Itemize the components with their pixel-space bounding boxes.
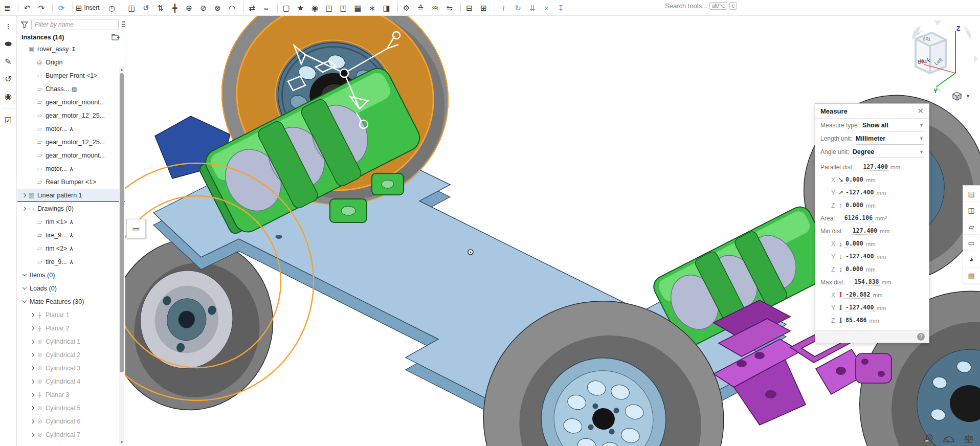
rack-relation-icon[interactable]: ♒: [430, 1, 443, 14]
tree-row[interactable]: Cylindrical 6: [17, 415, 125, 428]
compare-icon[interactable]: ⊞: [478, 1, 492, 14]
named-positions-icon[interactable]: ◷: [106, 1, 120, 14]
tree-row[interactable]: Loads (0): [17, 282, 125, 295]
explode-icon[interactable]: ⇊: [527, 1, 540, 14]
tree-row[interactable]: Cylindrical 3: [17, 362, 125, 375]
tree-row[interactable]: Chass...: [17, 82, 125, 96]
part-icon[interactable]: ◰: [338, 1, 351, 14]
filter-input[interactable]: [31, 19, 119, 30]
gear-relation-icon[interactable]: ⚙: [401, 1, 414, 14]
chevron-icon[interactable]: [30, 352, 36, 358]
named-views-icon[interactable]: ◨: [381, 1, 394, 14]
chevron-icon[interactable]: [30, 126, 36, 132]
chevron-icon[interactable]: [21, 299, 28, 305]
chevron-icon[interactable]: [30, 99, 36, 105]
chevron-icon[interactable]: [30, 232, 36, 238]
collapse-instances-button[interactable]: ≔: [126, 219, 146, 238]
feature-checklist-icon[interactable]: ☑: [1, 113, 15, 128]
tree-scrollbar[interactable]: ▲ ▼: [119, 67, 124, 445]
search-help-icon[interactable]: ◉: [1, 88, 15, 104]
tree-row[interactable]: gear_motor_mount...: [17, 96, 125, 109]
tree-row[interactable]: gear_motor_12_25...: [17, 136, 125, 149]
tree-row[interactable]: tire_9...: [17, 255, 125, 269]
comments-icon[interactable]: ⬬: [1, 36, 15, 52]
chevron-icon[interactable]: [21, 272, 28, 278]
chevron-icon[interactable]: [21, 206, 28, 212]
chevron-icon[interactable]: [21, 46, 28, 52]
tree-row[interactable]: Planar 3: [17, 388, 125, 402]
chevron-icon[interactable]: [21, 192, 28, 198]
tree-row[interactable]: Cylindrical 5: [17, 402, 125, 415]
chevron-icon[interactable]: [30, 219, 36, 225]
group-icon[interactable]: ▦: [352, 1, 366, 14]
close-icon[interactable]: ✕: [917, 106, 924, 116]
mate-connector-icon[interactable]: ⇔: [261, 1, 274, 14]
revolute-mate-icon[interactable]: ↺: [141, 1, 154, 14]
undo-icon[interactable]: ↶: [21, 1, 35, 14]
slider-mate-icon[interactable]: ⇅: [155, 1, 168, 14]
manage-icon[interactable]: ◳: [324, 1, 337, 14]
chevron-icon[interactable]: [30, 166, 36, 172]
mass-properties-icon[interactable]: [963, 433, 975, 445]
chevron-icon[interactable]: [30, 179, 36, 185]
in-context-icon[interactable]: ◉: [309, 1, 323, 14]
replicate-icon[interactable]: ⇄: [247, 1, 260, 14]
chevron-icon[interactable]: [30, 339, 36, 345]
chevron-icon[interactable]: [30, 312, 36, 318]
history-icon[interactable]: ↺: [1, 71, 15, 86]
redo-icon[interactable]: ↷: [36, 1, 49, 14]
tree-row[interactable]: Rear Bumper <1>: [17, 175, 125, 189]
tree-row[interactable]: gear_motor_12_25...: [17, 109, 125, 122]
display-states-icon[interactable]: ⊟: [464, 1, 477, 14]
tree-row[interactable]: Cylindrical 7: [17, 428, 125, 441]
tree-row[interactable]: Cylindrical 1: [17, 335, 125, 348]
select-dropdown[interactable]: Show all ▼: [862, 120, 924, 131]
chevron-icon[interactable]: [30, 59, 36, 65]
tree-row[interactable]: Mate Features (30): [17, 295, 125, 308]
chevron-icon[interactable]: [30, 325, 36, 331]
tree-row[interactable]: motor...: [17, 122, 125, 136]
pin-slot-mate-icon[interactable]: ⊗: [212, 1, 226, 14]
tree-row[interactable]: Planar 2: [17, 322, 125, 335]
fastened-mate-icon[interactable]: ◫: [126, 1, 140, 14]
insert-button[interactable]: ⊞Insert: [76, 1, 100, 14]
tape-measure-icon[interactable]: [923, 433, 935, 445]
scroll-thumb[interactable]: [120, 73, 124, 372]
tree-row[interactable]: tire_9...: [17, 229, 125, 242]
tree-row[interactable]: rover_assy: [17, 42, 125, 56]
protractor-icon[interactable]: [942, 433, 955, 445]
chevron-icon[interactable]: [30, 378, 36, 385]
search-tools-input[interactable]: Search tools... alt/⌥ c: [665, 2, 737, 10]
release-notes-icon[interactable]: ✎: [1, 54, 15, 69]
tree-row[interactable]: Items (0): [17, 269, 125, 282]
snapshot-icon[interactable]: ↧: [555, 1, 569, 14]
add-folder-icon[interactable]: [112, 34, 121, 41]
chevron-icon[interactable]: [30, 259, 36, 265]
delete-view-icon[interactable]: ×: [541, 1, 554, 14]
select-dropdown[interactable]: Degree ▼: [853, 146, 924, 158]
bom-icon[interactable]: ◫: [963, 202, 979, 218]
tree-row[interactable]: Linear pattern 1: [17, 189, 125, 202]
tree-row[interactable]: Bumper Front <1>: [17, 69, 125, 82]
tree-row[interactable]: motor...: [17, 162, 125, 175]
sketch-icon[interactable]: ≀: [498, 1, 511, 14]
tables-icon[interactable]: ▦: [963, 267, 979, 284]
select-box-icon[interactable]: ▢: [281, 1, 294, 14]
chevron-icon[interactable]: [30, 432, 36, 438]
tree-row[interactable]: Planar 1: [17, 308, 125, 322]
appearance-icon[interactable]: ◕: [963, 251, 979, 267]
select-dropdown[interactable]: Millimeter ▼: [856, 133, 924, 145]
chevron-icon[interactable]: [30, 246, 36, 252]
tree-row[interactable]: Cylindrical 4: [17, 375, 125, 388]
pattern-icon[interactable]: ∗: [367, 1, 380, 14]
list-view-icon[interactable]: ☰: [121, 20, 125, 29]
cylindrical-mate-icon[interactable]: ⊘: [198, 1, 211, 14]
sync-icon[interactable]: ⟳: [56, 1, 69, 14]
chevron-icon[interactable]: [30, 418, 36, 425]
tree-row[interactable]: Drawings (0): [17, 202, 125, 215]
viewcube-cube[interactable]: Top Back Left: [916, 33, 946, 73]
rack-pinion-relation-icon[interactable]: ≙: [415, 1, 429, 14]
filter-funnel-icon[interactable]: [20, 20, 29, 29]
view-cube[interactable]: Top Back Left Z Y X: [909, 19, 979, 96]
ball-mate-icon[interactable]: ⊕: [184, 1, 197, 14]
